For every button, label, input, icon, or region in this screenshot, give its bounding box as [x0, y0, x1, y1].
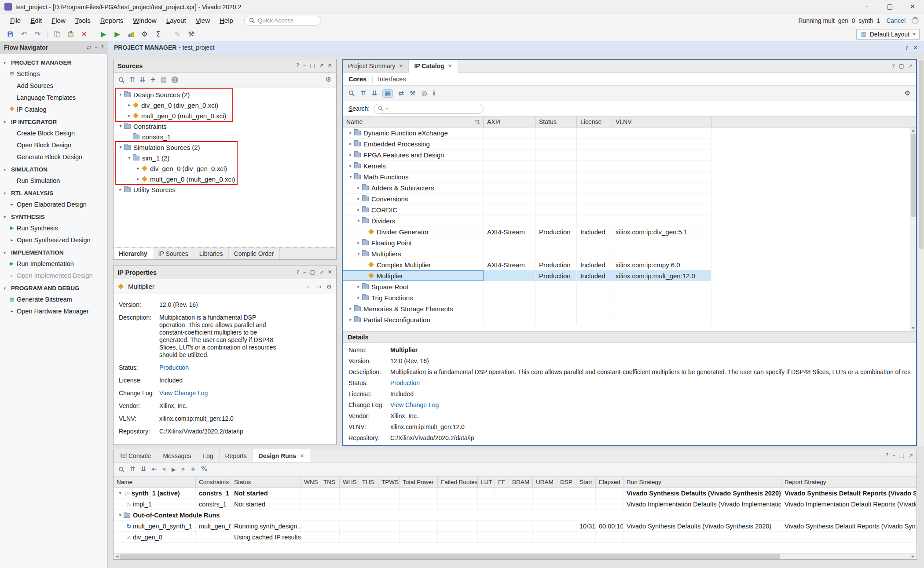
column-header[interactable]: WHS [340, 477, 359, 488]
expand-icon[interactable]: ▸ [355, 295, 362, 300]
run-row-div-gen-0[interactable]: ✓div_gen_0 Using cached IP results [114, 532, 917, 543]
step-run-icon[interactable]: ▶ [111, 29, 123, 40]
info-icon[interactable]: ℹ [433, 90, 435, 97]
collapse-all-icon[interactable]: ⇈ [129, 76, 135, 83]
ip-settings-icon[interactable]: ◎ [421, 90, 427, 97]
nav-section-project-manager[interactable]: ▾PROJECT MANAGER [0, 56, 107, 68]
scroll-right-icon[interactable]: ▶ [910, 555, 916, 558]
paste-icon[interactable] [65, 29, 77, 40]
category-row[interactable]: ▸Square Root [343, 281, 711, 292]
collapse-icon[interactable]: ▾ [117, 124, 124, 128]
help-icon[interactable]: ? [886, 453, 889, 459]
collapse-all-icon[interactable]: ⇈ [360, 90, 366, 97]
tab-compile-order[interactable]: Compile Order [229, 248, 280, 259]
reports-icon[interactable] [125, 29, 137, 40]
expand-icon[interactable]: ▸ [355, 208, 362, 212]
column-header[interactable]: TPWS [378, 477, 400, 488]
quick-access-search[interactable]: Quick Access [244, 16, 321, 25]
help-icon[interactable]: ? [296, 63, 299, 69]
expand-icon[interactable]: ▸ [355, 186, 362, 190]
collapse-icon[interactable]: ▾ [117, 92, 124, 97]
scroll-left-icon[interactable]: ◀ [114, 555, 120, 558]
tab-project-summary[interactable]: Project Summary✕ [343, 60, 409, 72]
expand-icon[interactable]: ▸ [347, 164, 354, 168]
expand-icon[interactable]: ▸ [355, 240, 362, 245]
nav-item-add-sources[interactable]: Add Sources [0, 80, 107, 91]
sigma-icon[interactable]: Σ [152, 29, 164, 40]
column-header[interactable]: THS [359, 477, 378, 488]
nav-item-ip-catalog[interactable]: IP Catalog [0, 103, 107, 115]
maximize-button[interactable]: ▢ [878, 0, 901, 14]
expand-icon[interactable]: ▸ [126, 113, 133, 118]
nav-section-ip-integrator[interactable]: ▾IP INTEGRATOR [0, 115, 107, 127]
scrollbar-thumb[interactable] [911, 134, 916, 217]
run-icon[interactable]: ▶ [172, 467, 176, 472]
help-icon[interactable]: ? [892, 63, 895, 69]
category-row[interactable]: ▸Partial Reconfiguration [343, 314, 711, 325]
expand-all-icon[interactable]: ⇊ [141, 466, 147, 473]
close-button[interactable]: ✕ [901, 0, 924, 14]
category-row[interactable]: ▸Conversions [343, 193, 711, 204]
expand-icon[interactable]: ▸ [355, 284, 362, 289]
category-row[interactable]: ▸Floating Point [343, 237, 711, 248]
column-header[interactable]: Run Strategy [623, 477, 781, 488]
save-icon[interactable] [4, 29, 16, 40]
column-status[interactable]: Status [535, 117, 577, 127]
menu-window[interactable]: Window [128, 15, 161, 26]
go-first-icon[interactable]: ⇤ [151, 466, 157, 473]
tree-row-constraints[interactable]: ▾Constraints [114, 121, 336, 131]
window-vertical-scrollbar[interactable] [918, 59, 924, 446]
minimize-panel-icon[interactable]: – [95, 45, 97, 51]
menu-reports[interactable]: Reports [95, 15, 128, 26]
tools-icon[interactable]: ⚒ [185, 29, 197, 40]
maximize-icon[interactable]: ▢ [310, 63, 315, 69]
collapse-all-icon[interactable]: ⇈ [130, 466, 136, 473]
tab-libraries[interactable]: Libraries [194, 248, 229, 259]
help-icon[interactable]: ? [101, 45, 104, 51]
settings-icon[interactable]: ⚙ [139, 29, 150, 40]
minimize-button[interactable]: – [855, 0, 878, 14]
column-header[interactable]: Report Strategy [781, 477, 917, 488]
close-icon[interactable]: ✕ [328, 269, 332, 275]
copy-icon[interactable] [51, 29, 63, 40]
scroll-down-icon[interactable]: ▼ [912, 325, 914, 331]
expand-icon[interactable]: ▸ [347, 306, 354, 311]
delete-icon[interactable]: ✕ [78, 29, 90, 40]
horizontal-scrollbar[interactable]: ◀ ▶ [114, 553, 916, 559]
menu-view[interactable]: View [191, 15, 215, 26]
column-header[interactable]: Total Power [400, 477, 438, 488]
collapse-icon[interactable]: ▾ [126, 156, 133, 160]
search-icon[interactable] [348, 90, 355, 96]
expand-icon[interactable]: ▸ [126, 103, 133, 107]
expand-icon[interactable]: ▸ [135, 177, 142, 181]
catalog-search-input[interactable]: ▾ [374, 104, 484, 114]
expand-icon[interactable]: ▸ [355, 197, 362, 201]
float-icon[interactable]: ↗ [319, 63, 323, 69]
menu-flow[interactable]: Flow [47, 15, 70, 26]
help-icon[interactable]: ? [296, 269, 299, 275]
nav-item-create-block-design[interactable]: Create Block Design [0, 127, 107, 139]
expand-all-icon[interactable]: ⇊ [372, 90, 378, 97]
file-icon[interactable]: ▦ [161, 76, 167, 83]
tab-reports[interactable]: Reports [220, 449, 253, 462]
run-row-impl-1[interactable]: ▷impl_1 constrs_1 Not started Vivado Imp… [114, 499, 917, 510]
expand-icon[interactable]: ▸ [347, 153, 354, 157]
nav-item-open-hardware-manager[interactable]: ▸Open Hardware Manager [0, 305, 107, 317]
nav-item-run-implementation[interactable]: ▶Run Implementation [0, 258, 107, 269]
nav-section-synthesis[interactable]: ▾SYNTHESIS [0, 210, 107, 222]
column-header[interactable]: Elapsed [596, 477, 623, 488]
scroll-up-icon[interactable]: ▲ [912, 127, 914, 133]
customize-icon[interactable]: ⚒ [410, 90, 415, 97]
add-run-icon[interactable]: + [190, 466, 196, 473]
run-group-out-of-context[interactable]: ▾Out-of-Context Module Runs [114, 510, 917, 521]
search-icon[interactable] [118, 466, 125, 473]
column-header[interactable]: Start [576, 477, 596, 488]
view-interfaces[interactable]: Interfaces [378, 76, 406, 83]
expand-icon[interactable]: ▸ [135, 166, 142, 171]
nav-item-open-synthesized-design[interactable]: ▸Open Synthesized Design [0, 234, 107, 246]
column-header[interactable]: Constraints [196, 477, 231, 488]
ip-row-complex-multiplier[interactable]: Complex MultiplierAXI4-StreamProductionI… [343, 259, 711, 270]
expand-icon[interactable]: ▸ [347, 142, 354, 146]
column-license[interactable]: License [577, 117, 612, 127]
column-header[interactable]: URAM [533, 477, 557, 488]
